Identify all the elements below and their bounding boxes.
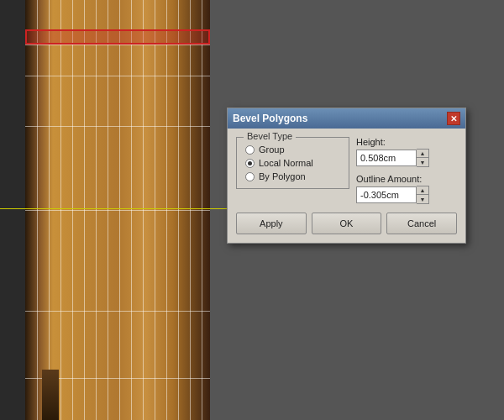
horiz-grid-line	[25, 311, 210, 312]
outline-input[interactable]	[356, 186, 417, 203]
outline-down-arrow[interactable]: ▼	[417, 195, 428, 203]
upper-section: Bevel Type Group Local Normal	[236, 137, 457, 204]
ok-button[interactable]: OK	[312, 213, 382, 234]
bevel-type-label: Bevel Type	[244, 131, 296, 141]
outline-field-group: Outline Amount: ▲ ▼	[356, 174, 457, 204]
radio-group[interactable]	[245, 145, 255, 155]
right-controls-column: Height: ▲ ▼ Outline Amount: ▲	[356, 137, 457, 204]
height-up-arrow[interactable]: ▲	[417, 150, 428, 158]
outline-spinner[interactable]: ▲ ▼	[356, 186, 457, 204]
horiz-grid-line	[25, 45, 210, 45]
radio-local-normal-label: Local Normal	[259, 158, 313, 168]
height-spinner[interactable]: ▲ ▼	[356, 149, 457, 167]
radio-row-local-normal[interactable]: Local Normal	[245, 158, 340, 168]
radio-by-polygon[interactable]	[245, 172, 255, 181]
bevel-type-groupbox: Bevel Type Group Local Normal	[236, 137, 349, 189]
horiz-grid-line	[25, 210, 210, 211]
cylinder-object	[25, 0, 210, 420]
dialog-buttons-row: Apply OK Cancel	[236, 213, 457, 234]
radio-local-normal[interactable]	[245, 159, 255, 168]
height-down-arrow[interactable]: ▼	[417, 158, 428, 166]
dialog-content: Bevel Type Group Local Normal	[228, 129, 465, 243]
close-icon: ✕	[450, 114, 457, 123]
radio-dot	[248, 161, 252, 165]
height-input[interactable]	[356, 150, 417, 166]
cancel-button[interactable]: Cancel	[386, 213, 457, 234]
radio-by-polygon-label: By Polygon	[259, 171, 306, 181]
radio-group-label: Group	[259, 144, 285, 155]
radio-row-by-polygon[interactable]: By Polygon	[245, 171, 340, 181]
viewport-left-panel	[0, 0, 25, 420]
guideline-horizontal	[0, 208, 227, 209]
dialog-title: Bevel Polygons	[233, 113, 307, 124]
bevel-polygons-dialog: Bevel Polygons ✕ Bevel Type Group	[227, 108, 466, 244]
dialog-close-button[interactable]: ✕	[447, 112, 460, 125]
bottom-pipe	[42, 370, 59, 420]
horiz-grid-line	[25, 126, 210, 127]
selection-band	[25, 29, 210, 45]
radio-row-group[interactable]: Group	[245, 144, 340, 155]
apply-button[interactable]: Apply	[236, 213, 307, 234]
height-label: Height:	[356, 137, 457, 147]
height-arrows: ▲ ▼	[417, 149, 429, 167]
outline-up-arrow[interactable]: ▲	[417, 186, 428, 195]
bevel-type-column: Bevel Type Group Local Normal	[236, 137, 349, 204]
horiz-grid-line	[25, 76, 210, 76]
outline-arrows: ▲ ▼	[417, 186, 429, 204]
outline-label: Outline Amount:	[356, 174, 457, 184]
height-field-group: Height: ▲ ▼	[356, 137, 457, 167]
dialog-titlebar: Bevel Polygons ✕	[228, 108, 465, 129]
